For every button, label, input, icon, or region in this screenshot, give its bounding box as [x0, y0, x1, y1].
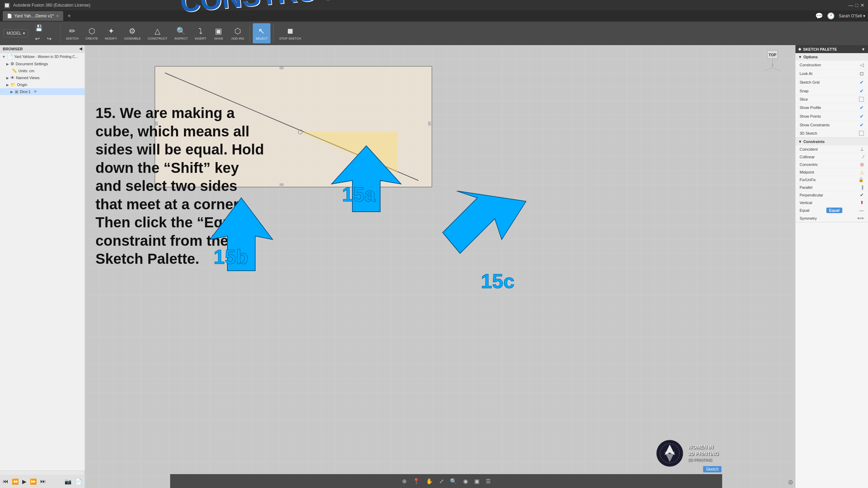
parallel-constraint[interactable]: Parallel ∥ [795, 184, 868, 191]
stop-sketch-group: ⏹ STOP SKETCH [276, 23, 304, 43]
show-profile-row[interactable]: Show Profile ✔ [795, 103, 868, 112]
stop-sketch-button[interactable]: ⏹ STOP SKETCH [276, 23, 304, 43]
create-button[interactable]: ⬡ CREATE [83, 23, 101, 43]
look-at-row[interactable]: Look At ⊡ [795, 69, 868, 78]
playback-play[interactable]: ▶ [22, 478, 26, 485]
notifications-icon[interactable]: 💬 [815, 12, 823, 20]
logo-circle [656, 439, 684, 467]
construct-button[interactable]: △ CONSTRUCT [145, 23, 170, 43]
history-icon[interactable]: 🕐 [827, 12, 835, 20]
svg-point-21 [657, 440, 683, 466]
close-button[interactable]: ✕ [860, 2, 865, 8]
midpoint-icon: △ [860, 169, 864, 175]
zoom-fit-button[interactable]: 🔍 [449, 477, 458, 486]
viewport[interactable]: TOP 2 [85, 45, 795, 488]
inspect-button[interactable]: 🔍 INSPECT [172, 23, 191, 43]
collinear-constraint[interactable]: Collinear ∕ [795, 153, 868, 161]
show-points-row[interactable]: Show Points ✔ [795, 112, 868, 121]
symmetry-constraint[interactable]: Symmetry ⟺ [795, 214, 868, 222]
browser-item-origin[interactable]: ▶ 📁 Origin [0, 81, 85, 88]
new-tab-button[interactable]: + [65, 12, 74, 20]
browser-collapse-icon[interactable]: ◀ [79, 47, 82, 51]
active-tab[interactable]: 📄 Yard Yah....Demo v1* ✕ [3, 11, 63, 21]
dice-visibility-icon[interactable]: 👁 [33, 89, 37, 94]
concentric-constraint[interactable]: Concentric ◎ [795, 161, 868, 168]
construction-row[interactable]: Construction ◁ [795, 61, 868, 69]
midpoint-constraint[interactable]: Midpoint △ [795, 168, 868, 176]
window-controls[interactable]: — □ ✕ [849, 2, 865, 8]
viewport-bottom-toolbar: ⊕ 📍 ✋ ⤢ 🔍 ◉ ▣ ☰ [170, 474, 722, 488]
sketch-button[interactable]: ✏ SKETCH [63, 23, 82, 43]
grid-button[interactable]: ☰ [484, 477, 492, 486]
coincident-constraint[interactable]: Coincident ⊥ [795, 145, 868, 153]
save-button[interactable]: 💾 [32, 23, 45, 33]
sketch-grid-row[interactable]: Sketch Grid ✔ [795, 78, 868, 87]
toolbar-divider-3 [273, 25, 274, 42]
title-bar: 🔲 Autodesk Fusion 360 (Education License… [0, 0, 868, 10]
constraints-section-header[interactable]: ▼ Constraints [795, 138, 868, 145]
palette-title: SKETCH PALETTE [803, 47, 837, 51]
zoom-button[interactable]: ⤢ [438, 477, 445, 486]
playback-prev[interactable]: ⏪ [12, 478, 19, 485]
playback-prev-start[interactable]: ⏮ [3, 478, 8, 485]
snap-row[interactable]: Snap ✔ [795, 87, 868, 95]
browser-item-root[interactable]: ▼ 📄 Yard Yahtzee - Women in 3D Printing … [0, 53, 85, 60]
modify-button[interactable]: ✦ MODIFY [102, 23, 120, 43]
make-button[interactable]: ▣ MAKE [210, 23, 227, 43]
pan-button[interactable]: ✋ [425, 477, 434, 486]
assemble-button[interactable]: ⚙ ASSEMBLE [121, 23, 144, 43]
tab-bar: 📄 Yard Yah....Demo v1* ✕ + 💬 🕐 Sarah O'S… [0, 10, 868, 22]
tab-label: Yard Yah....Demo v1* [14, 14, 54, 18]
browser-item-units[interactable]: 📏 Units: cm [0, 67, 85, 74]
model-dropdown[interactable]: MODEL ▾ [3, 29, 28, 37]
vertical-constraint[interactable]: Vertical ⬆ [795, 199, 868, 207]
view-cube-button[interactable]: ◉ [462, 477, 469, 486]
browser-header: BROWSER ◀ [0, 45, 85, 53]
maximize-button[interactable]: □ [856, 2, 858, 8]
minimize-button[interactable]: — [849, 2, 853, 8]
tab-close-button[interactable]: ✕ [56, 14, 59, 18]
svg-text:2: 2 [771, 63, 773, 67]
browser-item-doc-settings[interactable]: ▶ ⚙ Document Settings [0, 60, 85, 67]
select-button[interactable]: ↖ SELECT [253, 23, 270, 43]
browser-label: BROWSER [3, 47, 23, 51]
settings-gear-button[interactable]: ⚙ [788, 479, 793, 486]
show-profile-checkbox[interactable]: ✔ [860, 105, 864, 110]
sketch-grid-checkbox[interactable]: ✔ [860, 79, 864, 85]
perpendicular-constraint[interactable]: Perpendicular ✔ [795, 191, 868, 199]
equal-constraint[interactable]: Equal Equal — [795, 207, 868, 214]
redo-button[interactable]: ↪ [44, 34, 55, 43]
slice-checkbox[interactable] [859, 97, 864, 102]
display-button[interactable]: ▣ [473, 477, 481, 486]
3d-sketch-checkbox[interactable] [859, 131, 864, 136]
addins-group: ⬡ ADD-INS [228, 23, 247, 43]
sketch-palette-panel: ◈ SKETCH PALETTE ▼ ▼ Options Constructio… [795, 45, 868, 488]
title-left: 🔲 Autodesk Fusion 360 (Education License… [3, 2, 90, 9]
show-constraints-row[interactable]: Show Constraints ✔ [795, 121, 868, 129]
sketch-group: ✏ SKETCH [63, 23, 82, 43]
fixunfix-constraint[interactable]: Fix/UnFix 🔒 [795, 176, 868, 184]
options-section-header[interactable]: ▼ Options [795, 53, 868, 61]
point-button[interactable]: 📍 [411, 477, 421, 486]
fit-view-button[interactable]: ⊕ [401, 477, 408, 486]
constraints-collapse-icon: ▼ [798, 140, 802, 144]
browser-item-dice[interactable]: ▶ ▣ Dice:1 👁 [0, 88, 85, 95]
playback-next[interactable]: ⏩ [30, 478, 37, 485]
playback-next-end[interactable]: ⏭ [40, 478, 46, 485]
slice-row[interactable]: Slice [795, 95, 868, 103]
svg-line-4 [773, 68, 781, 71]
show-constraints-checkbox[interactable]: ✔ [860, 122, 864, 128]
browser-item-named-views[interactable]: ▶ 👁 Named Views [0, 74, 85, 81]
3d-sketch-row[interactable]: 3D Sketch [795, 129, 868, 137]
logo-area: WOMEN IN 3D PRINTING 3D PRINTING [656, 439, 719, 467]
camera-icon[interactable]: 📷 [65, 478, 72, 485]
addins-button[interactable]: ⬡ ADD-INS [228, 23, 247, 43]
snap-checkbox[interactable]: ✔ [860, 88, 864, 94]
undo-button[interactable]: ↩ [32, 34, 43, 43]
toolbar-divider-2 [250, 25, 250, 42]
user-menu[interactable]: Sarah O'Sell ▾ [839, 14, 865, 18]
show-points-checkbox[interactable]: ✔ [860, 113, 864, 119]
insert-button[interactable]: ⤵ INSERT [192, 23, 209, 43]
screenshot-icon[interactable]: 📄 [75, 478, 82, 485]
palette-collapse[interactable]: ▼ [861, 47, 865, 51]
